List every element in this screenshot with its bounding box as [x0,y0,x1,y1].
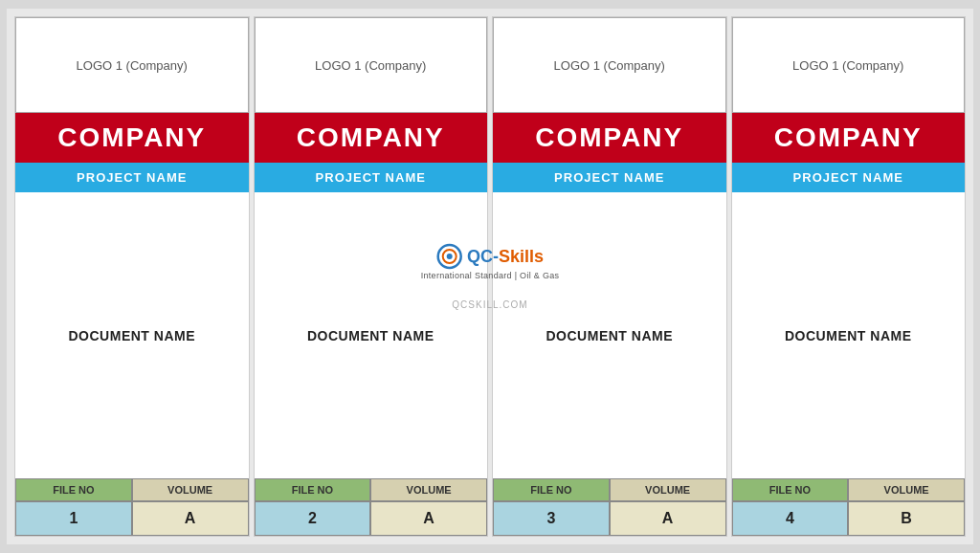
project-section-3: PROJECT NAME [493,163,726,192]
fileno-header-1: FILE NO [15,478,132,501]
cards-container: LOGO 1 (Company) COMPANY PROJECT NAME DO… [7,9,973,544]
footer-headers-1: FILE NO VOLUME [15,478,249,501]
fileno-header-4: FILE NO [732,478,849,501]
logo-section-4: LOGO 1 (Company) [732,17,966,113]
card-3: LOGO 1 (Company) COMPANY PROJECT NAME DO… [492,16,727,537]
document-section-4: DOCUMENT NAME [732,192,966,478]
footer-4: FILE NO VOLUME 4 B [732,478,966,536]
volume-value-2: A [370,501,487,536]
fileno-value-2: 2 [255,501,371,536]
footer-headers-2: FILE NO VOLUME [255,478,488,501]
project-section-2: PROJECT NAME [255,163,488,192]
volume-header-1: VOLUME [132,478,249,501]
document-section-3: DOCUMENT NAME [493,192,726,478]
card-1: LOGO 1 (Company) COMPANY PROJECT NAME DO… [14,16,250,537]
footer-1: FILE NO VOLUME 1 A [15,478,249,536]
logo-section-1: LOGO 1 (Company) [15,17,249,113]
page-wrapper: LOGO 1 (Company) COMPANY PROJECT NAME DO… [0,0,980,553]
footer-2: FILE NO VOLUME 2 A [255,478,488,536]
footer-values-2: 2 A [255,501,488,536]
volume-header-2: VOLUME [370,478,487,501]
volume-value-1: A [132,501,249,536]
project-section-1: PROJECT NAME [15,163,249,192]
volume-header-3: VOLUME [610,478,726,501]
project-section-4: PROJECT NAME [732,163,966,192]
company-section-4: COMPANY [732,113,966,163]
logo-section-3: LOGO 1 (Company) [493,17,726,113]
fileno-value-4: 4 [732,501,849,536]
fileno-header-2: FILE NO [255,478,371,501]
volume-header-4: VOLUME [848,478,965,501]
footer-values-1: 1 A [15,501,249,536]
company-section-2: COMPANY [255,113,488,163]
card-2: LOGO 1 (Company) COMPANY PROJECT NAME DO… [254,16,489,537]
fileno-value-1: 1 [15,501,132,536]
company-section-3: COMPANY [493,113,726,163]
footer-headers-3: FILE NO VOLUME [493,478,726,501]
volume-value-4: B [848,501,965,536]
volume-value-3: A [610,501,726,536]
fileno-value-3: 3 [493,501,610,536]
footer-values-4: 4 B [732,501,966,536]
document-section-2: DOCUMENT NAME [255,192,488,478]
company-section-1: COMPANY [15,113,249,163]
footer-values-3: 3 A [493,501,726,536]
card-4: LOGO 1 (Company) COMPANY PROJECT NAME DO… [731,16,967,537]
footer-headers-4: FILE NO VOLUME [732,478,966,501]
document-section-1: DOCUMENT NAME [15,192,249,478]
logo-section-2: LOGO 1 (Company) [255,17,488,113]
footer-3: FILE NO VOLUME 3 A [493,478,726,536]
fileno-header-3: FILE NO [493,478,610,501]
